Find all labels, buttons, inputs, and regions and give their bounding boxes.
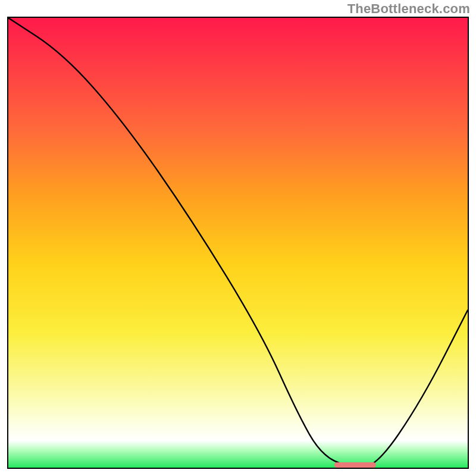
bottleneck-curve	[8, 18, 468, 468]
chart-frame: TheBottleneck.com	[0, 0, 476, 476]
curve-path	[8, 18, 468, 468]
optimal-marker	[334, 462, 375, 468]
plot-area	[7, 17, 469, 469]
watermark-text: TheBottleneck.com	[347, 1, 470, 17]
